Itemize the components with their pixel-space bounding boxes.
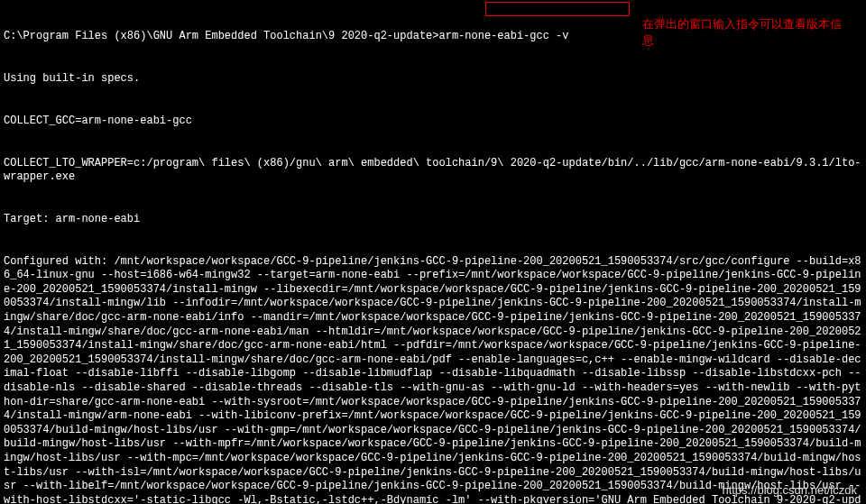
output-collect-gcc: COLLECT_GCC=arm-none-eabi-gcc <box>4 115 862 129</box>
command-text: arm-none-eabi-gcc -v <box>438 30 568 42</box>
terminal-output[interactable]: C:\Program Files (x86)\GNU Arm Embedded … <box>0 0 866 504</box>
output-collect-lto: COLLECT_LTO_WRAPPER=c:/program\ files\ (… <box>4 157 862 185</box>
output-configured: Configured with: /mnt/workspace/workspac… <box>4 255 862 504</box>
prompt-path: C:\Program Files (x86)\GNU Arm Embedded … <box>4 30 438 42</box>
watermark: https://blog.csdn.net/lczdk <box>722 483 857 499</box>
annotation-text: 在弹出的窗口输入指令可以查看版本信息 <box>642 16 850 49</box>
output-specs: Using built-in specs. <box>4 72 862 87</box>
output-target: Target: arm-none-eabi <box>4 213 862 227</box>
